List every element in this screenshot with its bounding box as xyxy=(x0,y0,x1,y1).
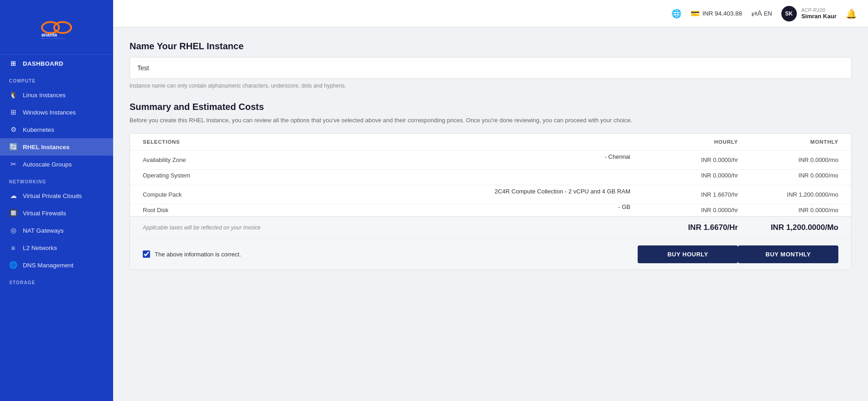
sidebar-logo: ananta STPI CLOUD SERVICES xyxy=(0,0,113,55)
linux-icon: 🐧 xyxy=(9,91,17,99)
sidebar-item-label: Kubernetes xyxy=(23,126,54,133)
sidebar-item-linux-instances[interactable]: 🐧 Linux Instances xyxy=(0,86,113,104)
row-hourly-compute: INR 1.6670/hr xyxy=(638,191,738,198)
vpc-icon: ☁ xyxy=(9,192,17,200)
billing-info: 💳 INR 94,403.88 xyxy=(691,9,742,18)
dns-icon: 🌐 xyxy=(9,261,17,269)
confirm-label: The above information is correct. xyxy=(155,251,241,258)
name-hint: Instance name can only contain alphanume… xyxy=(130,83,852,89)
sidebar-item-windows-instances[interactable]: ⊞ Windows Instances xyxy=(0,104,113,121)
user-info: SK ACP-R100 Simran Kaur xyxy=(781,6,837,21)
rhel-icon: 🔄 xyxy=(9,143,17,151)
section-label-compute: COMPUTE xyxy=(0,72,113,86)
sidebar-item-label: NAT Gateways xyxy=(23,227,64,234)
buy-hourly-button[interactable]: BUY HOURLY xyxy=(638,245,738,263)
confirm-checkbox-row: The above information is correct. xyxy=(143,250,638,258)
sidebar-item-label: RHEL Instances xyxy=(23,144,70,151)
firewall-icon: 🔲 xyxy=(9,209,17,217)
language-selector[interactable]: ⇄A EN xyxy=(751,9,772,18)
summary-title: Summary and Estimated Costs xyxy=(130,102,852,112)
sidebar-item-kubernetes[interactable]: ⚙ Kubernetes xyxy=(0,121,113,138)
user-details: ACP-R100 Simran Kaur xyxy=(801,7,837,20)
row-label-az: Availability Zone xyxy=(143,156,638,163)
notification-bell-icon[interactable]: 🔔 xyxy=(846,8,857,19)
instance-name-input[interactable] xyxy=(137,64,844,72)
row-hourly-disk: INR 0.0000/hr xyxy=(638,207,738,214)
table-row: Operating System INR 0.0000/hr INR 0.000… xyxy=(130,166,851,185)
sidebar-item-virtual-private-clouds[interactable]: ☁ Virtual Private Clouds xyxy=(0,187,113,204)
sidebar: ananta STPI CLOUD SERVICES ⊞ DASHBOARD C… xyxy=(0,0,113,401)
row-label-os: Operating System xyxy=(143,172,638,179)
row-monthly-os: INR 0.0000/mo xyxy=(738,172,838,179)
row-label-disk: Root Disk xyxy=(143,207,638,214)
svg-text:ananta: ananta xyxy=(42,32,57,37)
cost-table: SELECTIONS HOURLY MONTHLY Availability Z… xyxy=(130,133,852,270)
dashboard-label: DASHBOARD xyxy=(23,60,63,67)
sidebar-item-label: L2 Networks xyxy=(23,245,57,251)
col-header-hourly: HOURLY xyxy=(638,139,738,145)
user-name: Simran Kaur xyxy=(801,13,837,20)
section-label-networking: NETWORKING xyxy=(0,173,113,187)
language-label: EN xyxy=(764,10,772,17)
sidebar-item-rhel-instances[interactable]: 🔄 RHEL Instances xyxy=(0,138,113,156)
section-label-storage: STORAGE xyxy=(0,274,113,288)
billing-amount: INR 94,403.88 xyxy=(702,10,742,17)
row-hourly-os: INR 0.0000/hr xyxy=(638,172,738,179)
name-section-title: Name Your RHEL Instance xyxy=(130,41,852,52)
cost-table-header: SELECTIONS HOURLY MONTHLY xyxy=(130,134,851,151)
cost-action-row: The above information is correct. BUY HO… xyxy=(130,239,851,270)
cost-footer-totals: Applicable taxes will be reflected on yo… xyxy=(130,216,851,239)
total-hourly: INR 1.6670/Hr xyxy=(638,223,738,232)
globe-icon[interactable]: 🌐 xyxy=(671,9,681,19)
l2-icon: ≡ xyxy=(9,244,17,252)
sidebar-item-label: Autoscale Groups xyxy=(23,161,72,168)
sidebar-item-virtual-firewalls[interactable]: 🔲 Virtual Firewalls xyxy=(0,204,113,222)
summary-desc: Before you create this RHEL Instance, yo… xyxy=(130,116,852,125)
translate-icon: ⇄A xyxy=(751,9,762,18)
sidebar-item-label: Virtual Firewalls xyxy=(23,210,66,217)
kubernetes-icon: ⚙ xyxy=(9,125,17,134)
row-monthly-disk: INR 0.0000/mo xyxy=(738,207,838,214)
name-input-wrapper xyxy=(130,57,852,79)
sidebar-item-label: Linux Instances xyxy=(23,92,66,99)
user-role: ACP-R100 xyxy=(801,7,837,13)
sidebar-item-nat-gateways[interactable]: ◎ NAT Gateways xyxy=(0,222,113,239)
svg-point-1 xyxy=(54,22,71,33)
col-header-monthly: MONTHLY xyxy=(738,139,838,145)
billing-icon: 💳 xyxy=(691,9,700,18)
buy-monthly-button[interactable]: BUY MONTHLY xyxy=(738,245,838,263)
dashboard-icon: ⊞ xyxy=(9,59,17,68)
row-label-compute: Compute Pack xyxy=(143,191,638,198)
sidebar-item-autoscale-groups[interactable]: ✂ Autoscale Groups xyxy=(0,156,113,173)
windows-icon: ⊞ xyxy=(9,108,17,116)
col-header-selections: SELECTIONS xyxy=(143,139,638,145)
row-monthly-az: INR 0.0000/mo xyxy=(738,156,838,163)
row-hourly-az: INR 0.0000/hr xyxy=(638,156,738,163)
sidebar-item-label: Windows Instances xyxy=(23,109,76,116)
sidebar-item-dns-management[interactable]: 🌐 DNS Management xyxy=(0,256,113,274)
tax-note: Applicable taxes will be reflected on yo… xyxy=(143,224,638,231)
confirm-checkbox[interactable] xyxy=(143,250,150,258)
sidebar-item-dashboard[interactable]: ⊞ DASHBOARD xyxy=(0,55,113,72)
row-monthly-compute: INR 1,200.0000/mo xyxy=(738,191,838,198)
sidebar-item-l2-networks[interactable]: ≡ L2 Networks xyxy=(0,239,113,256)
topbar: 🌐 💳 INR 94,403.88 ⇄A EN SK ACP-R100 Simr… xyxy=(113,0,868,27)
sidebar-item-label: Virtual Private Clouds xyxy=(23,193,82,199)
main-area: 🌐 💳 INR 94,403.88 ⇄A EN SK ACP-R100 Simr… xyxy=(113,0,868,401)
content-area: Name Your RHEL Instance Instance name ca… xyxy=(113,27,868,401)
sidebar-item-label: DNS Management xyxy=(23,262,73,269)
nat-icon: ◎ xyxy=(9,226,17,234)
total-monthly: INR 1,200.0000/Mo xyxy=(738,223,838,232)
autoscale-icon: ✂ xyxy=(9,160,17,168)
avatar: SK xyxy=(781,6,797,21)
svg-text:STPI CLOUD SERVICES: STPI CLOUD SERVICES xyxy=(41,38,65,39)
